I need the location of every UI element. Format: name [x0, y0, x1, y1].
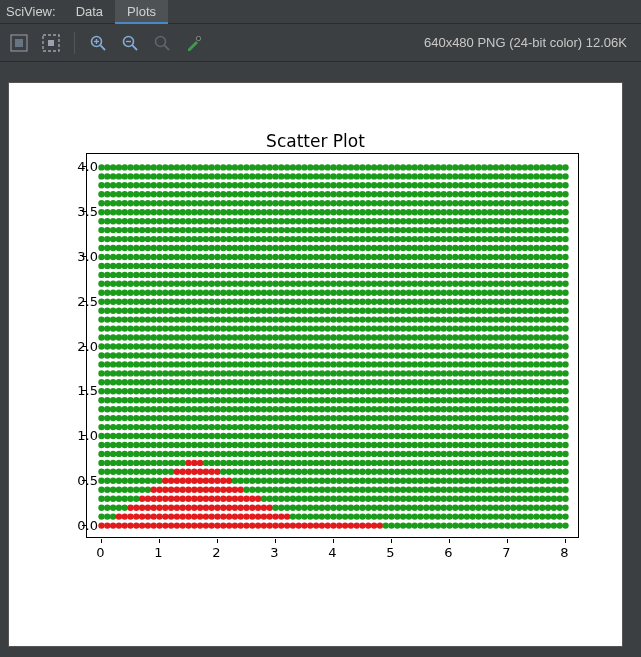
- svg-point-474: [162, 442, 168, 448]
- svg-point-335: [139, 218, 145, 224]
- svg-point-1989: [377, 460, 383, 466]
- svg-point-307: [139, 469, 145, 475]
- svg-point-1816: [348, 173, 354, 179]
- svg-point-2902: [504, 361, 510, 367]
- svg-point-762: [203, 433, 209, 439]
- svg-point-1742: [342, 469, 348, 475]
- svg-point-1793: [348, 379, 354, 385]
- svg-point-2422: [435, 254, 441, 260]
- svg-point-89: [104, 218, 110, 224]
- svg-point-804: [209, 424, 215, 430]
- svg-point-2190: [406, 496, 412, 502]
- svg-point-1959: [371, 361, 377, 367]
- svg-point-1995: [377, 406, 383, 412]
- svg-point-1700: [336, 478, 342, 484]
- svg-point-916: [226, 522, 232, 528]
- svg-point-1436: [296, 272, 302, 278]
- svg-point-2349: [423, 173, 429, 179]
- svg-point-3163: [539, 227, 545, 233]
- svg-point-967: [232, 433, 238, 439]
- tab-data[interactable]: Data: [64, 0, 115, 24]
- svg-point-2012: [377, 254, 383, 260]
- svg-point-2875: [499, 236, 505, 242]
- svg-point-2693: [475, 397, 481, 403]
- svg-point-2896: [504, 415, 510, 421]
- svg-point-1547: [313, 379, 319, 385]
- svg-point-2125: [394, 343, 400, 349]
- svg-point-2001: [377, 352, 383, 358]
- svg-point-507: [168, 513, 174, 519]
- svg-point-3104: [533, 388, 539, 394]
- svg-point-1952: [371, 424, 377, 430]
- svg-point-1030: [238, 236, 244, 242]
- color-picker-icon[interactable]: [183, 32, 205, 54]
- svg-point-609: [180, 334, 186, 340]
- svg-point-3113: [533, 308, 539, 314]
- svg-point-2694: [475, 388, 481, 394]
- svg-point-1253: [272, 442, 278, 448]
- svg-point-2223: [406, 200, 412, 206]
- svg-point-838: [214, 487, 220, 493]
- svg-point-95: [104, 164, 110, 170]
- svg-point-1726: [336, 245, 342, 251]
- svg-point-1250: [272, 469, 278, 475]
- svg-point-1493: [307, 496, 313, 502]
- svg-point-1872: [359, 406, 365, 412]
- plot-canvas[interactable]: Scatter Plot 0.00.51.01.52.02.53.03.54.0…: [8, 82, 623, 647]
- svg-point-491: [162, 290, 168, 296]
- svg-point-2715: [475, 200, 481, 206]
- svg-point-1287: [278, 505, 284, 511]
- svg-point-3097: [533, 451, 539, 457]
- svg-point-754: [203, 505, 209, 511]
- svg-point-2194: [406, 460, 412, 466]
- svg-point-2115: [394, 433, 400, 439]
- svg-point-1830: [354, 415, 360, 421]
- svg-point-1275: [272, 245, 278, 251]
- svg-point-164: [116, 281, 122, 287]
- zoom-out-icon[interactable]: [119, 32, 141, 54]
- svg-point-1954: [371, 406, 377, 412]
- svg-point-1704: [336, 442, 342, 448]
- svg-point-2577: [458, 334, 464, 340]
- svg-point-1921: [365, 334, 371, 340]
- zoom-in-icon[interactable]: [87, 32, 109, 54]
- svg-point-196: [122, 361, 128, 367]
- svg-point-3153: [539, 316, 545, 322]
- svg-point-3318: [562, 308, 568, 314]
- svg-point-3208: [545, 191, 551, 197]
- svg-point-589: [180, 513, 186, 519]
- svg-point-2540: [452, 299, 458, 305]
- svg-point-2813: [493, 424, 499, 430]
- svg-point-1143: [255, 325, 261, 331]
- svg-point-708: [191, 182, 197, 188]
- svg-point-2072: [388, 451, 394, 457]
- svg-point-1837: [354, 352, 360, 358]
- svg-point-3131: [539, 513, 545, 519]
- svg-point-2315: [423, 478, 429, 484]
- svg-point-614: [180, 290, 186, 296]
- svg-point-1723: [336, 272, 342, 278]
- svg-point-216: [122, 182, 128, 188]
- svg-point-3167: [539, 191, 545, 197]
- svg-point-1186: [261, 308, 267, 314]
- svg-point-929: [226, 406, 232, 412]
- svg-point-1211: [267, 451, 273, 457]
- svg-point-2991: [516, 299, 522, 305]
- reset-zoom-icon[interactable]: [151, 32, 173, 54]
- svg-point-1149: [255, 272, 261, 278]
- svg-point-1718: [336, 316, 342, 322]
- svg-point-1405: [290, 182, 296, 188]
- svg-point-2271: [417, 505, 423, 511]
- tab-plots[interactable]: Plots: [115, 0, 168, 24]
- svg-point-1084: [249, 487, 255, 493]
- svg-point-3314: [562, 343, 568, 349]
- svg-point-1221: [267, 361, 273, 367]
- fit-to-window-icon[interactable]: [40, 32, 62, 54]
- svg-point-907: [220, 236, 226, 242]
- svg-point-1762: [342, 290, 348, 296]
- svg-point-2509: [446, 209, 452, 215]
- svg-point-2403: [435, 424, 441, 430]
- svg-point-1000: [238, 505, 244, 511]
- svg-point-169: [116, 236, 122, 242]
- actual-size-icon[interactable]: [8, 32, 30, 54]
